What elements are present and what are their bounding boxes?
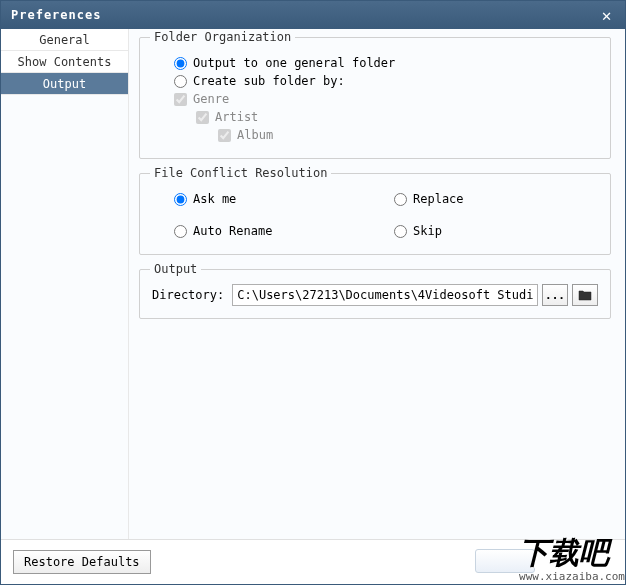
radio-row-ask[interactable]: Ask me — [174, 192, 374, 206]
browse-button[interactable]: ... — [542, 284, 568, 306]
watermark-url: www.xiazaiba.com — [519, 570, 625, 583]
directory-input[interactable] — [232, 284, 538, 306]
checkbox-label: Artist — [215, 110, 258, 124]
radio-row-replace[interactable]: Replace — [394, 192, 554, 206]
sidebar-item-label: Show Contents — [18, 55, 112, 69]
ellipsis-icon: ... — [545, 289, 565, 302]
radio-row-general-folder[interactable]: Output to one general folder — [174, 56, 598, 70]
legend-conflict: File Conflict Resolution — [150, 166, 331, 180]
sidebar-item-output[interactable]: Output — [1, 73, 128, 95]
radio-ask[interactable] — [174, 193, 187, 206]
radio-label: Auto Rename — [193, 224, 272, 238]
radio-row-auto-rename[interactable]: Auto Rename — [174, 224, 374, 238]
directory-label: Directory: — [152, 288, 224, 302]
radio-label: Replace — [413, 192, 464, 206]
open-folder-button[interactable] — [572, 284, 598, 306]
window-title: Preferences — [11, 8, 101, 22]
folder-icon — [578, 289, 592, 301]
checkbox-artist — [196, 111, 209, 124]
close-icon[interactable]: ✕ — [597, 6, 617, 25]
group-output: Output Directory: ... — [139, 269, 611, 319]
content: Folder Organization Output to one genera… — [129, 29, 625, 539]
radio-row-sub-folder[interactable]: Create sub folder by: — [174, 74, 598, 88]
sidebar-item-label: Output — [43, 77, 86, 91]
restore-defaults-button[interactable]: Restore Defaults — [13, 550, 151, 574]
partial-button[interactable] — [475, 549, 535, 573]
checkbox-label: Album — [237, 128, 273, 142]
checkbox-label: Genre — [193, 92, 229, 106]
check-row-genre: Genre — [174, 92, 598, 106]
radio-sub-folder[interactable] — [174, 75, 187, 88]
checkbox-album — [218, 129, 231, 142]
legend-output: Output — [150, 262, 201, 276]
radio-row-skip[interactable]: Skip — [394, 224, 554, 238]
sidebar: General Show Contents Output — [1, 29, 129, 539]
sidebar-item-label: General — [39, 33, 90, 47]
check-row-artist: Artist — [196, 110, 598, 124]
radio-replace[interactable] — [394, 193, 407, 206]
radio-label: Skip — [413, 224, 442, 238]
radio-label: Ask me — [193, 192, 236, 206]
radio-auto-rename[interactable] — [174, 225, 187, 238]
radio-label: Create sub folder by: — [193, 74, 345, 88]
radio-skip[interactable] — [394, 225, 407, 238]
radio-label: Output to one general folder — [193, 56, 395, 70]
titlebar: Preferences ✕ — [1, 1, 625, 29]
check-row-album: Album — [218, 128, 598, 142]
legend-folder-org: Folder Organization — [150, 30, 295, 44]
sidebar-item-show-contents[interactable]: Show Contents — [1, 51, 128, 73]
group-folder-organization: Folder Organization Output to one genera… — [139, 37, 611, 159]
group-file-conflict: File Conflict Resolution Ask me Replace … — [139, 173, 611, 255]
checkbox-genre — [174, 93, 187, 106]
body: General Show Contents Output Folder Orga… — [1, 29, 625, 539]
sidebar-item-general[interactable]: General — [1, 29, 128, 51]
footer: Restore Defaults 下载吧 www.xiazaiba.com — [1, 539, 625, 583]
radio-general-folder[interactable] — [174, 57, 187, 70]
button-label: Restore Defaults — [24, 555, 140, 569]
